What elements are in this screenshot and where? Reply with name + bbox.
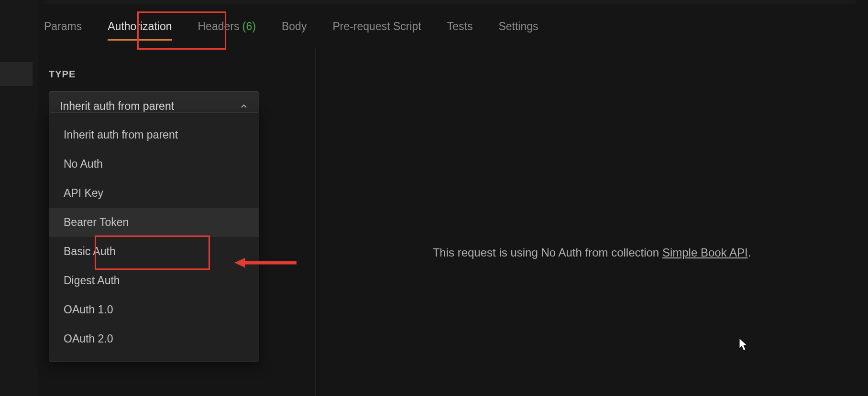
- tab-headers-label: Headers: [198, 20, 240, 32]
- auth-collection-link[interactable]: Simple Book API: [662, 246, 748, 259]
- auth-type-selected-value: Inherit auth from parent: [60, 100, 174, 113]
- main-panel: Params Authorization Headers (6) Body Pr…: [38, 0, 868, 396]
- tab-authorization[interactable]: Authorization: [108, 13, 172, 40]
- auth-left-column: TYPE Inherit auth from parent Inherit au…: [38, 48, 316, 396]
- sidebar-active-indicator: [0, 62, 33, 86]
- tab-tests[interactable]: Tests: [447, 13, 473, 40]
- chevron-up-icon: [240, 102, 248, 110]
- url-bar-edge: [44, 0, 856, 4]
- authorization-content: TYPE Inherit auth from parent Inherit au…: [38, 48, 868, 396]
- auth-option-inherit[interactable]: Inherit auth from parent: [49, 120, 259, 150]
- auth-option-apikey[interactable]: API Key: [49, 179, 259, 208]
- tab-headers-count: (6): [242, 20, 256, 32]
- auth-option-digest-auth[interactable]: Digest Auth: [49, 266, 259, 295]
- auth-option-oauth1[interactable]: OAuth 1.0: [49, 295, 259, 324]
- auth-option-oauth2[interactable]: OAuth 2.0: [49, 324, 259, 353]
- auth-option-basic-auth[interactable]: Basic Auth: [49, 237, 259, 266]
- auth-option-bearer-token[interactable]: Bearer Token: [49, 208, 259, 237]
- tab-prerequest-script[interactable]: Pre-request Script: [332, 13, 421, 40]
- request-tabs: Params Authorization Headers (6) Body Pr…: [44, 13, 538, 40]
- auth-inherit-message: This request is using No Auth from colle…: [343, 246, 841, 259]
- left-sidebar: [0, 0, 38, 396]
- auth-type-label: TYPE: [49, 69, 305, 80]
- auth-message-suffix: .: [748, 246, 751, 259]
- auth-option-noauth[interactable]: No Auth: [49, 150, 259, 179]
- auth-type-dropdown: Inherit auth from parent No Auth API Key…: [49, 112, 259, 362]
- auth-right-column: This request is using No Auth from colle…: [316, 48, 868, 396]
- tab-body[interactable]: Body: [282, 13, 307, 40]
- tab-settings[interactable]: Settings: [498, 13, 538, 40]
- auth-message-prefix: This request is using No Auth from colle…: [433, 246, 662, 259]
- tab-headers[interactable]: Headers (6): [198, 13, 256, 40]
- tab-params[interactable]: Params: [44, 13, 82, 40]
